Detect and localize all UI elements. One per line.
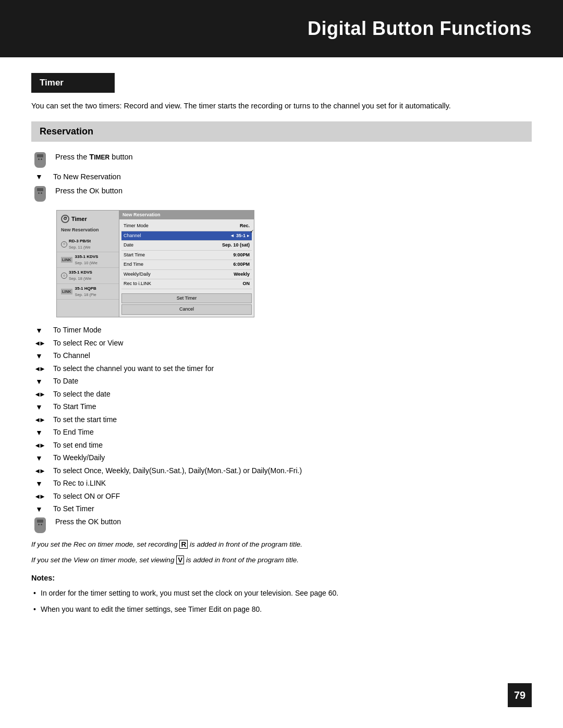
instruction-text-ok: Press the OK button: [55, 516, 121, 527]
list-item-text: RD-3 PB/St Sep. 11 (We: [69, 238, 91, 250]
item-circle-icon-2: ○: [61, 273, 67, 279]
timer-dialog-wrapper: ⏱ Timer New Reservation ○ RD-3 PB/St Sep…: [56, 210, 532, 317]
instruction-text: To Timer Mode: [53, 325, 102, 336]
end-label: End Time: [124, 261, 143, 268]
down-arrow-icon: ▼: [31, 325, 47, 336]
timer-form: Timer Mode Rec. Channel ◄ 35-1 ▸↙: [119, 219, 254, 291]
remote-btn-row: [38, 158, 42, 160]
down-arrow-icon: ▼: [31, 427, 47, 438]
cancel-button[interactable]: Cancel: [121, 304, 252, 315]
timer-dialog: ⏱ Timer New Reservation ○ RD-3 PB/St Sep…: [56, 210, 254, 317]
link-label: LINK: [61, 257, 72, 263]
lr-arrow-icon: ◄►: [31, 491, 47, 502]
date-label: Date: [124, 242, 133, 249]
instruction-rec-view: ◄► To select Rec or View: [31, 338, 532, 349]
instruction-text: To select the channel you want to set th…: [53, 363, 214, 374]
weekly-label: Weekly/Daily: [124, 271, 151, 278]
list-item: ○ 335-1 KDVS Sep. 18 (Wie: [57, 268, 119, 283]
instruction-text: To select Once, Weekly, Daily(Sun.-Sat.)…: [53, 465, 302, 476]
timer-list: ○ RD-3 PB/St Sep. 11 (We LINK 335-1 KDVS: [57, 236, 119, 301]
instruction-text: To select Rec or View: [53, 338, 123, 349]
remote-body-2: [34, 186, 46, 202]
link-label-2: LINK: [61, 289, 72, 294]
form-row-date: Date Sep. 10 (sat): [121, 241, 252, 251]
instruction-ok: Press the OK button: [31, 516, 532, 534]
note-item-2: When you want to edit the timer settings…: [31, 603, 532, 615]
remote-body: [34, 152, 46, 168]
instruction-select-date: ◄► To select the date: [31, 389, 532, 400]
timer-buttons: Set Timer Cancel: [119, 291, 254, 317]
header-banner: Digital Button Functions: [0, 0, 563, 57]
set-timer-button[interactable]: Set Timer: [121, 293, 252, 304]
instruction-set-timer: ▼ To Set Timer: [31, 503, 532, 515]
notes-list: In order for the timer setting to work, …: [31, 587, 532, 615]
remote-btn-dot-2a: [38, 192, 40, 194]
down-arrow-icon: ▼: [31, 401, 47, 413]
channel-value: 35-1: [236, 232, 246, 240]
down-arrow-icon: ▼: [31, 350, 47, 362]
list-item-text: 35-1 HQPB Sep. 18 (Pie: [75, 286, 96, 298]
timer-new-label: New Reservation: [57, 225, 119, 236]
instruction-rec-link: ▼ To Rec to i.LINK: [31, 478, 532, 489]
instruction-set-start: ◄► To set the start time: [31, 414, 532, 425]
remote-btn-dot: [38, 158, 40, 160]
remote-btn-dot-2b: [41, 192, 42, 194]
instruction-select-weekly: ◄► To select Once, Weekly, Daily(Sun.-Sa…: [31, 465, 532, 476]
date-value: Sep. 10 (sat): [222, 242, 250, 249]
down-arrow-icon-1: ▼: [31, 171, 47, 182]
instruction-text: To Start Time: [53, 401, 96, 412]
rec-link-value: ON: [243, 280, 250, 288]
instructions-list: ▼ To Timer Mode ◄► To select Rec or View…: [31, 325, 532, 534]
intro-text: You can set the two timers: Record and v…: [31, 100, 532, 112]
remote-screen-2: [37, 188, 43, 191]
instruction-end-time: ▼ To End Time: [31, 427, 532, 438]
list-item: LINK 35-1 HQPB Sep. 18 (Pie: [57, 284, 119, 300]
instruction-text: To set end time: [53, 440, 103, 451]
remote-btn-dot: [41, 158, 42, 160]
instruction-set-end: ◄► To set end time: [31, 440, 532, 451]
form-row-weekly: Weekly/Daily Weekly: [121, 270, 252, 280]
remote-screen: [37, 154, 43, 157]
mode-value: Rec.: [240, 223, 250, 230]
form-row-end: End Time 6:00PM: [121, 260, 252, 270]
timer-sidebar-title: Timer: [71, 215, 87, 224]
down-arrow-icon: ▼: [31, 452, 47, 464]
form-row-rec-link: Rec to i.LINK ON: [121, 279, 252, 289]
italic-note-1: If you set the Rec on timer mode, set re…: [31, 539, 532, 550]
down-arrow-icon: ▼: [31, 376, 47, 387]
instruction-text: To Channel: [53, 350, 90, 361]
remote-btn-row-2: [38, 192, 42, 194]
list-item-text: 335-1 KDVS Sep. 10 (Wie: [75, 254, 99, 266]
page-title: Digital Button Functions: [308, 15, 532, 43]
timer-sidebar-header: ⏱ Timer: [57, 213, 119, 226]
weekly-value: Weekly: [234, 271, 250, 278]
instruction-start-time: ▼ To Start Time: [31, 401, 532, 413]
start-label: Start Time: [124, 252, 145, 259]
list-item: LINK 335-1 KDVS Sep. 10 (Wie: [57, 252, 119, 268]
form-row-mode: Timer Mode Rec.: [121, 221, 252, 231]
timer-sidebar-icon: ⏱: [61, 215, 69, 223]
step-2-text: To New Reservation: [53, 171, 121, 183]
reservation-header: Reservation: [31, 121, 532, 142]
step-3-text: Press the OK button: [55, 185, 123, 197]
notes-title: Notes:: [31, 573, 532, 584]
instruction-text: To Set Timer: [53, 503, 94, 514]
instruction-select-on-off: ◄► To select ON or OFF: [31, 491, 532, 502]
remote-body-3: [34, 517, 46, 533]
mode-label: Timer Mode: [124, 223, 149, 230]
remote-btn-row-3: [38, 524, 42, 525]
instruction-text: To End Time: [53, 427, 94, 438]
remote-icon-2: [31, 185, 49, 203]
instruction-text: To set the start time: [53, 414, 117, 425]
instruction-text: To select ON or OFF: [53, 491, 120, 502]
instruction-select-channel: ◄► To select the channel you want to set…: [31, 363, 532, 374]
lr-arrow-icon: ◄►: [31, 465, 47, 476]
rec-link-label: Rec to i.LINK: [124, 280, 151, 288]
instruction-timer-mode: ▼ To Timer Mode: [31, 325, 532, 336]
instruction-channel: ▼ To Channel: [31, 350, 532, 362]
remote-icon-3: [31, 516, 49, 534]
form-row-start: Start Time 9:00PM: [121, 251, 252, 261]
steps-area: Press the TIMER button ▼ To New Reservat…: [31, 151, 532, 205]
down-arrow-icon: ▼: [31, 478, 47, 489]
page: Digital Button Functions Timer You can s…: [0, 0, 563, 728]
